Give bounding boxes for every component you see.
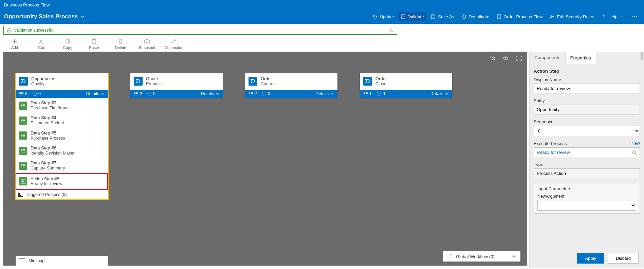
zoom-out-icon[interactable] [490,55,497,62]
tab-components[interactable]: Components [530,52,565,64]
apply-button[interactable]: Apply [577,253,604,264]
help-icon [601,14,606,19]
chevron-icon [100,92,105,96]
chevron-icon [330,92,334,96]
app-title: Business Process Flow [4,2,50,7]
help-button[interactable]: Help [598,12,628,21]
order-process-button[interactable]: Order Process Flow [494,12,546,21]
workflow-icon [447,254,453,259]
zoom-in-icon[interactable] [503,55,510,62]
chevron-down-icon [80,14,85,19]
svg-point-80 [377,92,381,95]
stage-icon [249,77,257,86]
triggered-process-row[interactable]: Triggered Process (0) [16,190,108,199]
minimap-toggle[interactable]: Minimap [16,256,108,266]
display-name-input[interactable] [534,84,640,93]
tab-properties[interactable]: Properties [565,52,596,64]
svg-rect-53 [21,164,22,165]
panel-scrollbar[interactable] [641,52,643,251]
action-step[interactable]: Action Step #8Ready for review [16,173,108,190]
update-button[interactable]: Update [369,12,397,21]
process-name-dropdown[interactable]: Opportunity Sales Process [4,13,85,20]
svg-point-5 [632,16,633,17]
stage-card[interactable]: OrderContract20Details [245,73,337,98]
security-roles-button[interactable]: Edit Security Roles [547,12,597,21]
execute-process-input[interactable] [534,147,640,157]
svg-rect-49 [21,152,22,153]
edit-toolbar: Add Cut Copy Paste Delete Snapshot Conne… [0,37,644,52]
svg-rect-16 [145,40,149,43]
execute-process-label: Execute Process+ New [534,141,640,146]
paste-tool[interactable]: Paste [86,37,103,50]
input-parameters-header: Input Parameters [537,186,636,191]
stage-card[interactable]: OpportunityQualify80DetailsData Step #3P… [16,73,108,199]
cut-tool[interactable]: Cut [33,37,50,50]
deactivate-label: Deactivate [468,14,489,19]
step-field: Identify Decision Maker [31,151,75,156]
delete-label: Delete [115,46,126,50]
step-field: Ready for review [31,181,62,186]
order-label: Order Process Flow [504,14,543,19]
svg-point-6 [634,16,635,17]
search-icon[interactable] [632,150,637,155]
svg-rect-60 [134,92,135,93]
panel-heading: Action Step [534,69,640,74]
workflow-count: 0 [262,91,270,96]
details-toggle[interactable]: Details [201,91,219,96]
svg-point-8 [7,28,11,32]
svg-point-81 [448,254,452,258]
help-label: Help [608,14,618,19]
svg-rect-22 [19,92,21,93]
step-field: Estimated Budget [31,121,64,125]
check-circle-icon [6,28,12,33]
svg-rect-58 [23,167,25,167]
design-canvas[interactable]: OpportunityQualify80DetailsData Step #3P… [3,52,527,266]
stage-title: Order [261,76,277,82]
svg-rect-38 [23,119,25,120]
discard-button[interactable]: Discard [608,253,639,264]
add-tool[interactable]: Add [6,37,23,50]
details-toggle[interactable]: Details [86,91,105,96]
stage-card[interactable]: QuotePropose20Details [130,73,223,98]
stage-card[interactable]: OrderClose10Details [360,73,452,98]
connector-label: Connector [164,46,182,50]
save-icon [430,14,436,19]
svg-rect-0 [402,15,405,19]
fit-screen-icon[interactable] [516,55,522,62]
data-step[interactable]: Data Step #7Capture Summary [16,158,108,173]
svg-rect-50 [23,149,25,150]
camera-icon [144,38,150,45]
snapshot-tool[interactable]: Snapshot [139,37,155,50]
details-toggle[interactable]: Details [430,91,449,96]
data-step[interactable]: Data Step #5Purchase Process [16,128,108,143]
copy-tool[interactable]: Copy [59,37,76,50]
new-process-link[interactable]: + New [628,141,640,146]
param-value-select[interactable] [537,200,636,211]
svg-rect-14 [92,39,96,43]
deactivate-button[interactable]: Deactivate [458,12,492,21]
more-button[interactable] [629,12,640,21]
global-workflow-toggle[interactable]: Global Workflow (0) [443,251,520,262]
sequence-select[interactable]: 8 [534,126,640,136]
close-icon[interactable] [389,28,394,33]
chevron-icon [445,92,449,96]
save-as-button[interactable]: Save As [428,12,457,21]
connector-tool[interactable]: Connector [165,37,182,50]
svg-rect-68 [249,93,250,94]
svg-rect-47 [21,149,22,150]
delete-tool[interactable]: Delete [112,37,129,50]
data-step[interactable]: Data Step #3Purchase Timeframe [16,98,108,113]
data-step[interactable]: Data Step #4Estimated Budget [16,113,108,128]
paste-label: Paste [89,46,99,50]
more-icon [632,14,637,19]
data-step[interactable]: Data Step #6Identify Decision Maker [16,143,108,158]
details-toggle[interactable]: Details [316,91,334,96]
step-field: Capture Summary [31,166,65,171]
svg-rect-57 [23,165,25,166]
svg-point-28 [33,92,36,95]
svg-rect-75 [364,93,365,94]
plus-icon [11,38,18,45]
validate-button[interactable]: Validate [398,12,426,21]
chevron-down-icon [620,14,625,19]
svg-point-66 [147,92,151,95]
